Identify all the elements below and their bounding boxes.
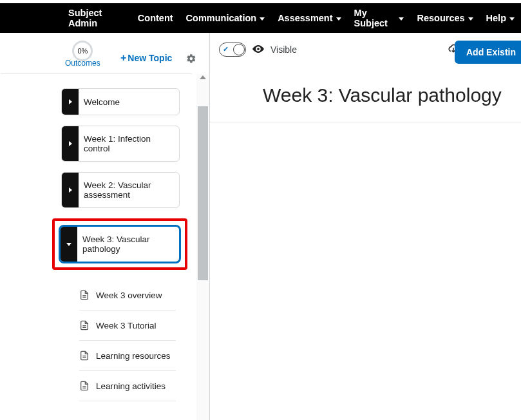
chevron-down-icon: [509, 17, 515, 21]
document-icon: [79, 350, 90, 361]
nav-assessment[interactable]: Assessment: [271, 13, 347, 23]
document-icon: [79, 289, 90, 301]
nav-resources[interactable]: Resources: [410, 13, 479, 23]
visibility-label: Visible: [270, 44, 297, 55]
check-icon: ✓: [223, 45, 229, 53]
nav-help[interactable]: Help: [480, 13, 521, 23]
toggle-knob: [233, 44, 245, 55]
scrollbar-thumb[interactable]: [198, 106, 208, 280]
selected-topic-highlight: Week 3: Vascular pathology: [52, 218, 187, 270]
caret-right-icon: [69, 141, 72, 146]
caret-right-icon: [69, 99, 72, 104]
scrollbar[interactable]: [196, 74, 209, 420]
subitem-label: Week 3 Tutorial: [96, 321, 156, 330]
visibility-toggle[interactable]: ✓: [219, 43, 246, 57]
subitem-resources[interactable]: Learning resources: [79, 341, 176, 371]
chevron-down-icon: [468, 17, 473, 21]
topic-week1[interactable]: Week 1: Infection control: [61, 126, 180, 162]
expand-handle[interactable]: [62, 89, 79, 115]
eye-icon: [252, 44, 264, 55]
caret-right-icon: [69, 187, 72, 193]
nav-my-subject[interactable]: My Subject: [348, 8, 411, 28]
outcomes-button[interactable]: 0% Outcomes: [65, 41, 100, 68]
topic-label: Week 3: Vascular pathology: [77, 227, 179, 262]
subitem-activities[interactable]: Learning activities: [79, 371, 176, 401]
nav-subject-admin[interactable]: Subject Admin: [62, 8, 131, 28]
caret-down-icon: [66, 243, 71, 246]
subtopic-list: Week 3 overview Week 3 Tutorial Learning…: [79, 280, 209, 401]
topic-label: Welcome: [79, 89, 179, 115]
subitem-tutorial[interactable]: Week 3 Tutorial: [79, 310, 176, 341]
subitem-label: Learning resources: [96, 351, 171, 361]
collapse-handle[interactable]: [61, 227, 77, 262]
nav-communication[interactable]: Communication: [180, 13, 272, 23]
svg-point-8: [257, 48, 260, 50]
expand-handle[interactable]: [62, 126, 79, 161]
main-content: ✓ Visible Add Existin Week 3: Vascular p…: [209, 33, 521, 420]
add-existing-button[interactable]: Add Existin: [455, 41, 521, 64]
top-nav: Subject Admin Content Communication Asse…: [0, 3, 521, 33]
topic-label: Week 2: Vascular assessment: [79, 173, 179, 207]
subitem-label: Learning activities: [96, 381, 166, 391]
subitem-overview[interactable]: Week 3 overview: [79, 280, 176, 310]
topic-welcome[interactable]: Welcome: [61, 88, 180, 115]
expand-handle[interactable]: [62, 173, 79, 207]
document-icon: [79, 320, 90, 331]
document-icon: [79, 380, 90, 392]
nav-content[interactable]: Content: [131, 13, 180, 23]
page-title: Week 3: Vascular pathology: [210, 66, 521, 122]
subitem-label: Week 3 overview: [96, 291, 162, 300]
plus-icon: +: [120, 52, 126, 64]
chevron-down-icon: [260, 17, 265, 21]
chevron-down-icon: [399, 17, 404, 21]
sidebar: 0% Outcomes + New Topic Welcome: [0, 33, 209, 420]
topic-label: Week 1: Infection control: [79, 126, 179, 161]
topic-week3[interactable]: Week 3: Vascular pathology: [59, 225, 181, 263]
new-topic-button[interactable]: + New Topic: [120, 52, 172, 64]
scroll-up-icon: [200, 75, 206, 79]
gear-icon[interactable]: [186, 53, 196, 64]
chevron-down-icon: [336, 17, 341, 21]
topic-week2[interactable]: Week 2: Vascular assessment: [61, 172, 180, 208]
